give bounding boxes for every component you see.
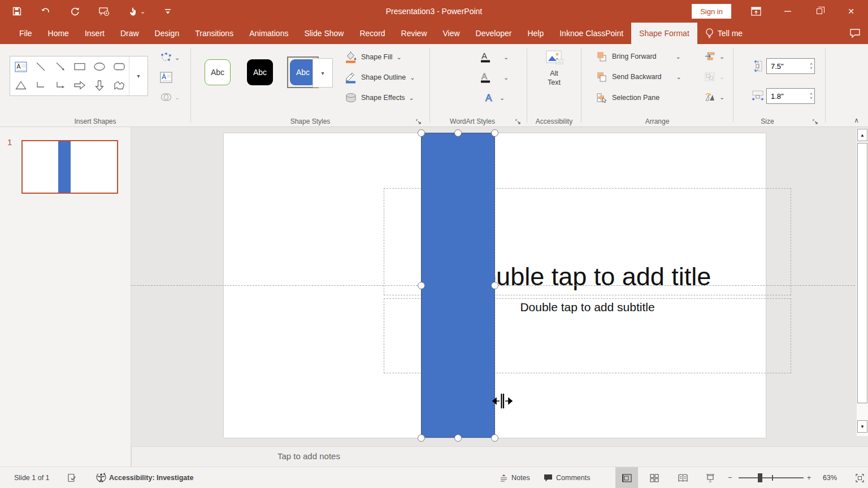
down-arrow-shape-icon[interactable]: [90, 76, 110, 95]
save-icon[interactable]: [12, 7, 21, 16]
edit-shape-button[interactable]: ⌄: [160, 52, 180, 63]
accessibility-checker-icon[interactable]: [96, 467, 106, 488]
tab-slide-show[interactable]: Slide Show: [296, 23, 351, 44]
zoom-in-button[interactable]: +: [807, 467, 811, 488]
rounded-rectangle-shape-icon[interactable]: [109, 58, 129, 76]
line-arrow-shape-icon[interactable]: [50, 58, 70, 76]
slide-thumbnail-1[interactable]: [21, 140, 118, 194]
freeform-shape-icon[interactable]: [109, 76, 129, 95]
tab-animations[interactable]: Animations: [241, 23, 296, 44]
slide-counter[interactable]: Slide 1 of 1: [14, 467, 50, 488]
resize-handle-top-left[interactable]: [418, 129, 425, 137]
shape-styles-dialog-launcher-icon[interactable]: [416, 119, 422, 125]
elbow-arrow-connector-shape-icon[interactable]: [50, 76, 70, 95]
notes-placeholder-text[interactable]: Tap to add notes: [277, 451, 340, 461]
scroll-down-button[interactable]: ▼: [857, 420, 867, 433]
resize-handle-bottom-left[interactable]: [418, 434, 425, 442]
undo-icon[interactable]: [41, 7, 51, 16]
shape-fill-button[interactable]: Shape Fill ⌄: [345, 51, 402, 63]
resize-handle-bottom-middle[interactable]: [454, 434, 462, 442]
notes-toggle-button[interactable]: Notes: [500, 467, 530, 488]
send-backward-button[interactable]: Send Backward ⌄: [596, 72, 682, 82]
normal-view-button[interactable]: [615, 467, 638, 488]
text-effects-button[interactable]: A ⌄: [484, 92, 505, 103]
tab-insert[interactable]: Insert: [77, 23, 112, 44]
rotate-objects-button[interactable]: ⌄: [705, 93, 724, 102]
resize-handle-middle-right[interactable]: [491, 282, 498, 289]
fit-slide-to-window-button[interactable]: [856, 467, 864, 488]
tab-review[interactable]: Review: [393, 23, 435, 44]
vertical-scrollbar[interactable]: ▲ ▼: [857, 128, 868, 436]
tab-file[interactable]: File: [11, 23, 40, 44]
shape-style-outline-green[interactable]: Abc: [202, 57, 233, 88]
text-box-button[interactable]: [160, 72, 172, 83]
scrollbar-thumb[interactable]: [857, 143, 867, 403]
right-arrow-shape-icon[interactable]: [70, 76, 90, 95]
shape-gallery-more-button[interactable]: ▾: [129, 56, 147, 95]
tab-shape-format[interactable]: Shape Format: [631, 23, 697, 44]
tab-design[interactable]: Design: [147, 23, 188, 44]
align-objects-button[interactable]: ⌄: [705, 52, 724, 61]
zoom-out-button[interactable]: −: [728, 467, 732, 488]
close-button[interactable]: ✕: [839, 0, 863, 23]
resize-handle-middle-left[interactable]: [418, 282, 425, 289]
selected-rectangle-shape[interactable]: [421, 133, 495, 438]
minimize-button[interactable]: [775, 0, 800, 23]
elbow-connector-shape-icon[interactable]: [31, 76, 51, 95]
redo-icon[interactable]: [70, 7, 80, 16]
shape-height-input[interactable]: [771, 62, 801, 71]
text-outline-button[interactable]: A ⌄: [480, 71, 509, 84]
restore-button[interactable]: [807, 0, 832, 23]
resize-handle-top-middle[interactable]: [454, 129, 462, 137]
scroll-up-button[interactable]: ▲: [857, 129, 867, 141]
merge-shapes-button[interactable]: ⌄: [160, 91, 180, 103]
shape-effects-button[interactable]: Shape Effects ⌄: [345, 92, 414, 103]
tab-developer[interactable]: Developer: [468, 23, 520, 44]
shape-outline-button[interactable]: Shape Outline ⌄: [345, 71, 415, 84]
shape-style-fill-black[interactable]: Abc: [245, 57, 275, 88]
tab-transitions[interactable]: Transitions: [187, 23, 241, 44]
slideshow-view-button[interactable]: [699, 467, 722, 488]
spinner-down-icon[interactable]: ˅: [810, 96, 813, 100]
tab-home[interactable]: Home: [40, 23, 77, 44]
spinner-down-icon[interactable]: ˅: [810, 66, 813, 70]
resize-handle-bottom-right[interactable]: [491, 434, 498, 442]
tab-help[interactable]: Help: [519, 23, 552, 44]
triangle-shape-icon[interactable]: [11, 76, 31, 95]
tab-inknoe-classpoint[interactable]: Inknoe ClassPoint: [552, 23, 631, 44]
rectangle-shape-icon[interactable]: [70, 58, 90, 76]
shape-styles-more-button[interactable]: ▾: [313, 58, 333, 88]
resize-handle-top-right[interactable]: [491, 129, 498, 137]
selection-pane-button[interactable]: Selection Pane: [596, 93, 659, 103]
zoom-level[interactable]: 63%: [823, 467, 837, 488]
sign-in-button[interactable]: Sign in: [692, 4, 731, 19]
text-fill-button[interactable]: A ⌄: [480, 51, 509, 63]
tab-tell-me[interactable]: Tell me: [697, 23, 750, 44]
wordart-dialog-launcher-icon[interactable]: [515, 119, 521, 125]
size-dialog-launcher-icon[interactable]: [813, 119, 818, 125]
touch-mouse-mode-icon[interactable]: ⌄: [129, 7, 145, 16]
group-objects-button[interactable]: ⌄: [705, 72, 724, 81]
alt-text-button[interactable]: Alt Text: [527, 50, 581, 87]
customize-qat-icon[interactable]: [164, 8, 171, 15]
oval-shape-icon[interactable]: [90, 58, 110, 76]
notes-pane[interactable]: Tap to add notes: [131, 446, 868, 467]
tab-view[interactable]: View: [435, 23, 468, 44]
shape-width-input[interactable]: [771, 92, 801, 101]
collapse-ribbon-button[interactable]: ∧: [854, 116, 859, 124]
zoom-slider-thumb[interactable]: [758, 473, 762, 482]
comments-bubble-icon[interactable]: [850, 23, 860, 44]
comments-toggle-button[interactable]: Comments: [544, 467, 590, 488]
spell-check-icon[interactable]: [68, 467, 76, 488]
reading-view-button[interactable]: [671, 467, 694, 488]
slide-sorter-view-button[interactable]: [643, 467, 666, 488]
start-slideshow-icon[interactable]: [99, 7, 110, 16]
bring-forward-button[interactable]: Bring Forward ⌄: [596, 51, 681, 62]
zoom-slider-track[interactable]: [739, 477, 804, 478]
accessibility-status[interactable]: Accessibility: Investigate: [109, 467, 193, 488]
tab-record[interactable]: Record: [351, 23, 393, 44]
line-shape-icon[interactable]: [31, 58, 51, 76]
ribbon-display-options-icon[interactable]: [744, 0, 769, 23]
text-box-shape-icon[interactable]: [11, 58, 31, 76]
tab-draw[interactable]: Draw: [112, 23, 147, 44]
